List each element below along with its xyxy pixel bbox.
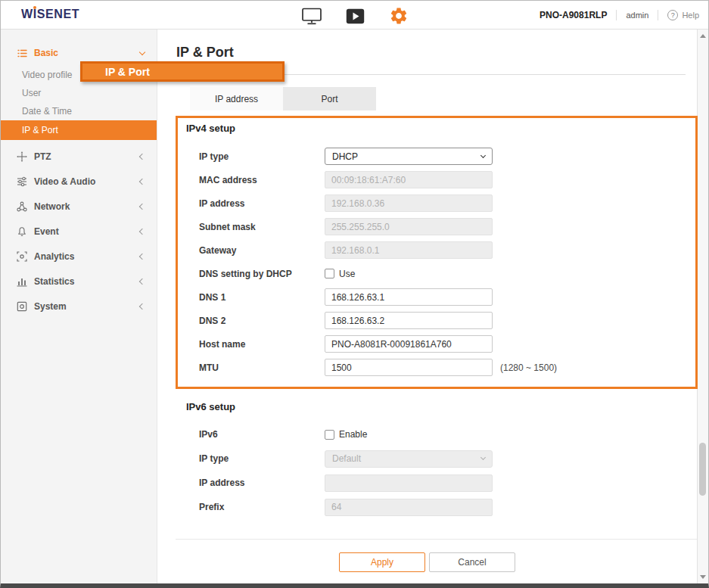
- sidebar-item-basic[interactable]: Basic: [1, 43, 157, 63]
- form-row-ipv6-ip: IP address: [199, 471, 493, 495]
- form-row-host-name: Host name: [199, 332, 557, 356]
- form-row-ipv6-enable: IPv6 Enable: [199, 422, 493, 446]
- wisenet-settings-window: WISENET: [0, 0, 709, 588]
- mtu-range-hint: (1280 ~ 1500): [500, 362, 557, 373]
- bar-chart-icon: [17, 276, 27, 287]
- sliders-icon: [17, 176, 27, 187]
- field-label: IP address: [199, 198, 325, 209]
- dns-dhcp-checkbox[interactable]: [325, 269, 334, 278]
- device-model: PNO-A9081RLP: [540, 10, 607, 20]
- checkbox-label: Enable: [339, 429, 367, 440]
- user-name: admin: [626, 11, 648, 20]
- tab-ip-address[interactable]: IP address: [190, 87, 283, 110]
- field-label: Prefix: [199, 502, 325, 512]
- sidebar-item-event[interactable]: Event: [1, 221, 157, 242]
- field-label: IP type: [199, 151, 325, 162]
- callout-label: IP & Port: [105, 66, 150, 78]
- sidebar-item-ptz[interactable]: PTZ: [1, 146, 157, 167]
- playback-button[interactable]: [346, 8, 365, 24]
- sidebar-item-analytics[interactable]: Analytics: [1, 246, 157, 267]
- sidebar-item-system[interactable]: System: [1, 296, 157, 317]
- dns1-input[interactable]: [325, 288, 493, 306]
- form-row-ipv6-ip-type: IP type Default: [199, 446, 493, 471]
- ip-port-callout: IP & Port: [80, 61, 285, 82]
- scroll-up-arrow[interactable]: [700, 34, 706, 38]
- system-box-icon: [17, 301, 27, 312]
- ip-type-value: DHCP: [332, 151, 358, 162]
- ipv6-ip-type-select: Default: [325, 450, 493, 468]
- chevron-down-icon: [139, 49, 145, 55]
- ipv6-form: IPv6 Enable IP type Default IP address P…: [199, 422, 493, 519]
- mtu-input[interactable]: [325, 359, 493, 376]
- chevron-collapsed-icon: [139, 229, 145, 235]
- main-content: IP & Port IP address Port IPv4 setup IP …: [157, 30, 697, 583]
- header: WISENET: [1, 1, 708, 30]
- list-icon: [17, 48, 27, 58]
- monitor-icon: [302, 16, 322, 27]
- viewfinder-icon: [17, 251, 27, 262]
- chevron-collapsed-icon: [139, 154, 145, 160]
- divider: [176, 539, 698, 540]
- field-label: Host name: [199, 339, 325, 350]
- wisenet-logo: WISENET: [21, 8, 79, 21]
- chevron-collapsed-icon: [139, 254, 145, 260]
- chevron-down-icon: [480, 152, 486, 157]
- form-row-mac: MAC address: [199, 168, 557, 191]
- chevron-collapsed-icon: [139, 303, 145, 310]
- form-row-ip: IP address: [199, 191, 557, 215]
- tab-bar: IP address Port: [190, 87, 376, 110]
- dns-dhcp-use: Use: [325, 269, 355, 279]
- sidebar-item-user[interactable]: User: [1, 84, 157, 102]
- help-link[interactable]: Help: [667, 10, 699, 20]
- sidebar-item-date-time[interactable]: Date & Time: [1, 102, 157, 120]
- sidebar-item-network[interactable]: Network: [1, 196, 157, 217]
- header-mode-buttons: [302, 6, 409, 26]
- divider: [616, 10, 617, 20]
- sidebar-item-statistics[interactable]: Statistics: [1, 271, 157, 292]
- field-label: IP type: [199, 453, 325, 464]
- form-row-ip-type: IP type DHCP: [199, 145, 557, 168]
- subnet-mask-input: [325, 218, 493, 235]
- apply-button[interactable]: Apply: [339, 552, 425, 572]
- ip-address-input: [325, 194, 493, 212]
- sidebar-item-video-audio[interactable]: Video & Audio: [1, 171, 157, 192]
- chevron-collapsed-icon: [139, 204, 145, 210]
- field-label: Subnet mask: [199, 222, 325, 232]
- checkbox-label: Use: [339, 269, 355, 279]
- play-icon: [346, 15, 365, 26]
- form-row-gateway: Gateway: [199, 238, 557, 262]
- settings-button[interactable]: [389, 6, 409, 26]
- field-label: Gateway: [199, 245, 325, 256]
- help-icon: [667, 10, 678, 20]
- sidebar: Basic Video profile User Date & Time IP …: [1, 30, 157, 583]
- scrollbar[interactable]: [697, 30, 708, 583]
- scrollbar-thumb[interactable]: [699, 443, 706, 496]
- header-right: PNO-A9081RLP admin Help: [540, 1, 699, 30]
- sidebar-basic-label: Basic: [34, 48, 58, 58]
- cancel-button[interactable]: Cancel: [429, 552, 515, 572]
- ipv4-form: IP type DHCP MAC address IP address Subn…: [199, 145, 557, 379]
- logo-text: WISENET: [21, 8, 79, 20]
- scroll-down-arrow[interactable]: [700, 575, 706, 579]
- logo-dot-icon: [33, 6, 36, 9]
- ipv4-setup-heading: IPv4 setup: [186, 123, 235, 134]
- form-row-dns-dhcp: DNS setting by DHCP Use: [199, 262, 557, 285]
- form-row-dns1: DNS 1: [199, 285, 557, 309]
- ptz-arrows-icon: [17, 151, 27, 162]
- page-title: IP & Port: [176, 45, 234, 61]
- tab-port[interactable]: Port: [283, 87, 376, 110]
- network-nodes-icon: [17, 201, 27, 212]
- field-label: IPv6: [199, 429, 325, 440]
- ipv6-enable-checkbox[interactable]: [325, 430, 334, 440]
- sidebar-item-ip-port[interactable]: IP & Port: [1, 120, 157, 140]
- ipv6-ip-type-value: Default: [332, 453, 361, 464]
- live-view-button[interactable]: [302, 8, 322, 25]
- ipv6-enable: Enable: [325, 429, 367, 440]
- form-row-mtu: MTU (1280 ~ 1500): [199, 356, 557, 379]
- gateway-input: [325, 241, 493, 259]
- host-name-input[interactable]: [325, 335, 493, 353]
- ipv6-ip-address-input: [325, 474, 493, 492]
- ip-type-select[interactable]: DHCP: [325, 148, 493, 165]
- dns2-input[interactable]: [325, 312, 493, 329]
- ipv6-setup-heading: IPv6 setup: [186, 401, 235, 412]
